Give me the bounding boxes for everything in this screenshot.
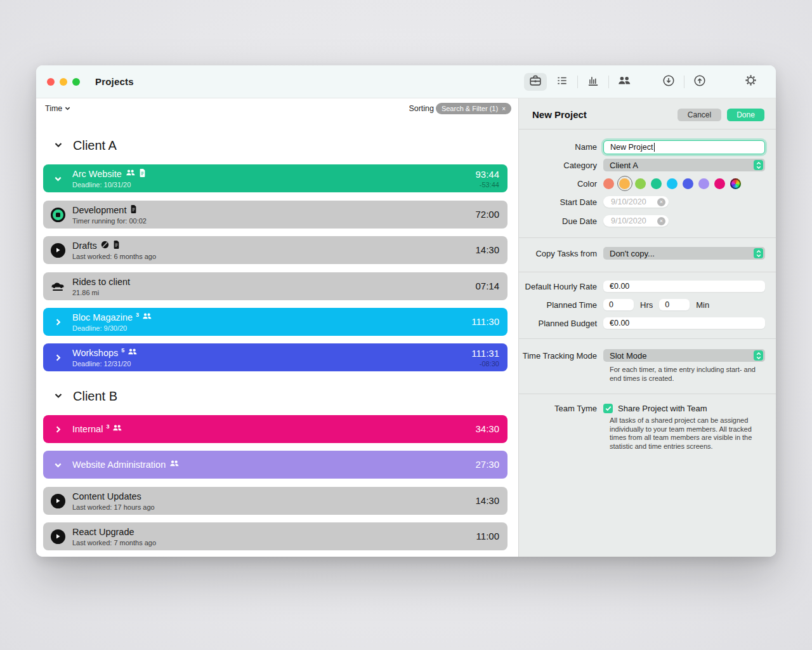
chevron-down-icon[interactable] [54, 140, 63, 152]
list-icon [556, 74, 568, 90]
color-swatch-lime[interactable] [635, 178, 646, 189]
project-row-rides-to-client[interactable]: Rides to client 21.86 mi 07:14 [43, 272, 508, 300]
tracking-mode-label: Time Tracking Mode [519, 351, 603, 361]
project-row-bloc-magazine[interactable]: Bloc Magazine 3 Deadline: 9/30/20 111:30 [43, 308, 508, 336]
clear-date-icon[interactable]: × [657, 198, 665, 206]
team-view-button[interactable] [613, 73, 636, 91]
project-time: 72:00 [475, 209, 499, 220]
group-header-client-a[interactable]: Client A [54, 138, 117, 153]
chevron-down-icon[interactable] [43, 461, 72, 469]
share-project-checkbox[interactable] [603, 404, 613, 413]
clear-date-icon[interactable]: × [657, 217, 665, 225]
export-button[interactable] [688, 73, 711, 91]
project-subtitle: Last worked: 7 months ago [72, 539, 476, 547]
planned-budget-input[interactable] [603, 317, 765, 329]
planned-budget-label: Planned Budget [519, 319, 603, 328]
chevron-right-icon[interactable] [43, 318, 72, 326]
name-input[interactable] [603, 140, 765, 154]
start-date-input[interactable]: 9/10/2020 × [603, 196, 669, 208]
color-swatch-blue[interactable] [683, 178, 693, 189]
start-date-label: Start Date [519, 197, 603, 207]
due-date-input[interactable]: 9/10/2020 × [603, 215, 669, 227]
settings-button[interactable] [739, 73, 762, 91]
category-row: Category Client A [519, 159, 765, 171]
team-row: Team Tyme Share Project with Team [519, 403, 765, 413]
planned-minutes-input[interactable] [659, 299, 690, 310]
category-select[interactable]: Client A [603, 159, 765, 171]
project-time: 34:30 [475, 423, 499, 435]
team-label: Team Tyme [519, 404, 603, 413]
project-title: Drafts [72, 241, 97, 251]
project-row-website-administration[interactable]: Website Administration 27:30 [43, 451, 508, 479]
stop-timer-button[interactable] [51, 208, 65, 222]
text-caret [654, 143, 655, 152]
copy-tasks-row: Copy Tasks from Don't copy... [519, 247, 765, 260]
new-project-panel: New Project Cancel Done Name Category [518, 98, 776, 557]
share-project-checkbox-label[interactable]: Share Project with Team [618, 404, 707, 413]
category-value: Client A [610, 161, 754, 170]
color-swatch-purple[interactable] [698, 178, 709, 189]
project-row-arc-website[interactable]: Arc Website Deadline: 10/31/20 93:44 -53… [43, 164, 508, 192]
chevron-right-icon[interactable] [43, 354, 72, 362]
category-label: Category [519, 161, 603, 170]
color-row: Color [519, 178, 765, 189]
hours-unit-label: Hrs [640, 300, 653, 310]
color-swatch-orange-selected[interactable] [619, 178, 630, 189]
project-title: Rides to client [72, 277, 130, 288]
color-swatch-emerald[interactable] [651, 178, 662, 189]
minimize-button[interactable] [60, 78, 67, 86]
start-date-row: Start Date 9/10/2020 × [519, 196, 765, 208]
project-row-drafts[interactable]: Drafts Last worked: 6 months ago 14:30 [43, 236, 508, 264]
project-row-internal[interactable]: Internal 3 34:30 [43, 415, 508, 443]
document-icon [139, 169, 146, 180]
zoom-button[interactable] [72, 78, 80, 86]
copy-tasks-label: Copy Tasks from [519, 249, 603, 258]
project-time: 14:30 [475, 244, 499, 256]
title-bar: Projects [36, 65, 776, 98]
statistics-view-button[interactable] [582, 73, 605, 91]
planned-hours-input[interactable] [603, 299, 634, 310]
car-mileage-icon [50, 282, 65, 291]
traffic-lights [36, 78, 80, 86]
play-timer-button[interactable] [51, 529, 65, 544]
time-sort-label: Time [45, 104, 62, 113]
project-time: 14:30 [475, 495, 499, 507]
chevron-down-icon[interactable] [43, 175, 72, 183]
chevron-right-icon[interactable] [43, 425, 72, 434]
project-subtitle: Deadline: 12/31/20 [72, 360, 471, 368]
people-icon [128, 348, 137, 359]
projects-view-button[interactable] [524, 73, 547, 91]
tracking-mode-select[interactable]: Slot Mode [603, 349, 765, 362]
chevron-down-icon[interactable] [54, 391, 63, 402]
play-timer-button[interactable] [51, 494, 65, 508]
color-wheel-icon[interactable] [730, 178, 741, 189]
planned-budget-row: Planned Budget [519, 317, 765, 329]
download-circle-icon [662, 74, 676, 90]
color-swatches [603, 178, 741, 189]
cancel-button[interactable]: Cancel [678, 109, 721, 121]
done-button[interactable]: Done [727, 109, 764, 121]
import-button[interactable] [657, 73, 680, 91]
project-row-react-upgrade[interactable]: React Upgrade Last worked: 7 months ago … [43, 522, 508, 550]
select-stepper-icon [754, 160, 763, 170]
list-header: Time Sorting Search & Filter (1) × [36, 98, 518, 120]
copy-tasks-select[interactable]: Don't copy... [603, 247, 765, 260]
close-button[interactable] [47, 78, 55, 86]
filter-chip-close-icon[interactable]: × [502, 105, 506, 112]
color-swatch-salmon[interactable] [603, 178, 614, 189]
group-header-client-b[interactable]: Client B [54, 389, 117, 404]
time-sort-dropdown[interactable]: Time [45, 104, 70, 113]
project-title: Content Updates [72, 491, 141, 502]
project-subtitle: Last worked: 17 hours ago [72, 503, 475, 511]
color-swatch-magenta[interactable] [714, 178, 725, 189]
panel-title: New Project [532, 109, 587, 120]
search-filter-chip[interactable]: Search & Filter (1) × [436, 103, 511, 114]
hourly-rate-input[interactable] [603, 281, 765, 292]
project-row-workshops[interactable]: Workshops 5 Deadline: 12/31/20 111:31 -0… [43, 343, 508, 371]
bar-chart-icon [587, 74, 599, 90]
list-view-button[interactable] [551, 73, 573, 91]
color-swatch-cyan[interactable] [667, 178, 678, 189]
play-timer-button[interactable] [51, 243, 65, 258]
project-row-development[interactable]: Development Timer running for: 00:02 72:… [43, 201, 508, 229]
project-row-content-updates[interactable]: Content Updates Last worked: 17 hours ag… [43, 487, 508, 515]
